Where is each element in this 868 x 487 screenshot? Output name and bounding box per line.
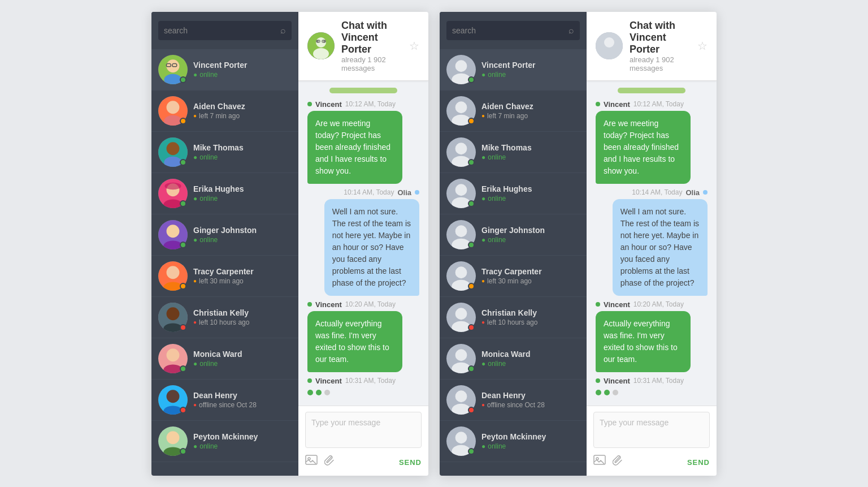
avatar xyxy=(158,303,188,332)
contact-info: Dean Henry● offline since Oct 28 xyxy=(481,391,580,409)
received-meta: 10:14 AM, TodayOlia xyxy=(307,188,419,197)
attach-icon-b[interactable] xyxy=(613,455,623,470)
contact-info: Monica Ward● online xyxy=(481,350,580,368)
avatar xyxy=(158,344,188,373)
send-button-b[interactable]: SEND xyxy=(687,458,710,467)
avatar xyxy=(446,426,476,456)
message-time: 10:31 AM, Today xyxy=(633,377,684,385)
typing-dot-1 xyxy=(307,390,313,395)
typing-bar xyxy=(329,88,397,93)
search-icon-b[interactable]: ⌕ xyxy=(568,25,574,36)
contact-info: Ginger Johnston● online xyxy=(193,226,292,244)
search-bar-a: ⌕ xyxy=(151,12,298,49)
avatar xyxy=(446,137,476,167)
contact-item[interactable]: Monica Ward● online xyxy=(151,338,298,380)
chat-header-b: Chat with Vincent Porter already 1 902 m… xyxy=(587,12,717,81)
search-input-a[interactable] xyxy=(164,26,280,35)
contact-name: Christian Kelly xyxy=(481,308,580,317)
contact-item[interactable]: Vincent Porter● online xyxy=(440,49,587,90)
contact-status: ● online xyxy=(481,71,580,79)
app-wrapper: ⌕ Vincent Porter● onlineAiden Chavez● le… xyxy=(151,12,717,476)
status-dot xyxy=(180,242,186,248)
contact-item[interactable]: Tracy Carpenter● left 30 min ago xyxy=(151,256,298,297)
contact-item[interactable]: Christian Kelly● left 10 hours ago xyxy=(151,297,298,338)
message-time: 10:20 AM, Today xyxy=(633,300,684,308)
message-row-sent: Vincent10:12 AM, TodayAre we meeting tod… xyxy=(307,100,419,184)
image-icon-b[interactable] xyxy=(593,455,606,470)
contact-item[interactable]: Dean Henry● offline since Oct 28 xyxy=(440,380,587,421)
svg-point-52 xyxy=(455,184,467,196)
sender-dot xyxy=(596,302,600,307)
contact-item[interactable]: Tracy Carpenter● left 30 min ago xyxy=(440,256,587,297)
contact-name: Christian Kelly xyxy=(193,308,292,317)
contact-item[interactable]: Vincent Porter● online xyxy=(151,49,298,90)
contact-name: Mike Thomas xyxy=(481,143,580,152)
status-dot xyxy=(468,76,475,83)
message-time: 10:12 AM, Today xyxy=(633,100,684,108)
contact-status: ● online xyxy=(193,71,292,79)
chat-toolbar-a: SEND xyxy=(305,455,422,470)
contact-info: Aiden Chavez● left 7 min ago xyxy=(193,102,292,120)
search-wrapper-a[interactable]: ⌕ xyxy=(158,21,292,40)
star-icon-b[interactable]: ☆ xyxy=(697,39,708,53)
contact-status: ● offline since Oct 28 xyxy=(193,401,292,409)
status-dot xyxy=(180,407,186,413)
toolbar-left-b xyxy=(593,455,623,470)
message-bubble-sent: Actually everything was fine. I'm very e… xyxy=(596,311,691,372)
contact-item[interactable]: Peyton Mckinney● online xyxy=(440,421,587,462)
message-time: 10:31 AM, Today xyxy=(345,377,396,385)
contact-item[interactable]: Mike Thomas● online xyxy=(151,132,298,173)
contact-name: Ginger Johnston xyxy=(193,226,292,235)
status-dot xyxy=(180,448,186,455)
contact-name: Aiden Chavez xyxy=(193,102,292,111)
header-avatar-a xyxy=(307,32,335,59)
sender-line: Vincent10:20 AM, Today xyxy=(596,300,708,309)
search-input-b[interactable] xyxy=(452,26,568,35)
contact-item[interactable]: Ginger Johnston● online xyxy=(440,214,587,256)
contact-item[interactable]: Dean Henry● offline since Oct 28 xyxy=(151,380,298,421)
contact-status: ● online xyxy=(481,442,580,450)
status-dot xyxy=(468,118,475,124)
avatar xyxy=(446,179,476,208)
contact-name: Mike Thomas xyxy=(193,143,292,152)
contact-item[interactable]: Monica Ward● online xyxy=(440,338,587,380)
message-input-b[interactable] xyxy=(593,412,710,448)
message-input-a[interactable] xyxy=(305,412,422,448)
message-row-sent: Vincent10:20 AM, TodayActually everythin… xyxy=(307,300,419,372)
search-wrapper-b[interactable]: ⌕ xyxy=(446,21,580,40)
sender-line: Vincent10:31 AM, Today xyxy=(596,377,708,385)
svg-point-73 xyxy=(604,37,614,48)
contact-item[interactable]: Mike Thomas● online xyxy=(440,132,587,173)
sender-dot xyxy=(307,102,312,106)
star-icon-a[interactable]: ☆ xyxy=(409,39,419,53)
contact-item[interactable]: Erika Hughes● online xyxy=(151,173,298,214)
send-button-a[interactable]: SEND xyxy=(399,458,422,467)
contact-item[interactable]: Aiden Chavez● left 7 min ago xyxy=(151,90,298,132)
contact-status: ● left 10 hours ago xyxy=(481,318,580,326)
message-row-typing: Vincent10:31 AM, Today xyxy=(596,377,708,398)
contact-name: Vincent Porter xyxy=(481,61,580,70)
contact-item[interactable]: Peyton Mckinney● online xyxy=(151,421,298,462)
contact-name: Aiden Chavez xyxy=(481,102,580,111)
chat-input-area-a: SEND xyxy=(298,406,428,476)
contact-item[interactable]: Aiden Chavez● left 7 min ago xyxy=(440,90,587,132)
toolbar-left-a xyxy=(305,455,335,470)
received-meta: 10:14 AM, TodayOlia xyxy=(596,188,708,197)
search-icon-a[interactable]: ⌕ xyxy=(280,25,286,36)
avatar xyxy=(158,261,188,291)
attach-icon-a[interactable] xyxy=(324,455,335,470)
avatar xyxy=(158,137,188,167)
contact-item[interactable]: Christian Kelly● left 10 hours ago xyxy=(440,297,587,338)
contact-info: Ginger Johnston● online xyxy=(481,226,580,244)
contact-info: Vincent Porter● online xyxy=(481,61,580,79)
status-dot xyxy=(180,76,186,83)
contact-status: ● online xyxy=(481,236,580,244)
avatar xyxy=(158,220,188,249)
contact-item[interactable]: Erika Hughes● online xyxy=(440,173,587,214)
header-info-a: Chat with Vincent Porter already 1 902 m… xyxy=(341,20,409,72)
avatar xyxy=(158,179,188,208)
image-icon-a[interactable] xyxy=(305,455,318,470)
contact-item[interactable]: Ginger Johnston● online xyxy=(151,214,298,256)
contact-status: ● offline since Oct 28 xyxy=(481,401,580,409)
avatar xyxy=(158,385,188,415)
